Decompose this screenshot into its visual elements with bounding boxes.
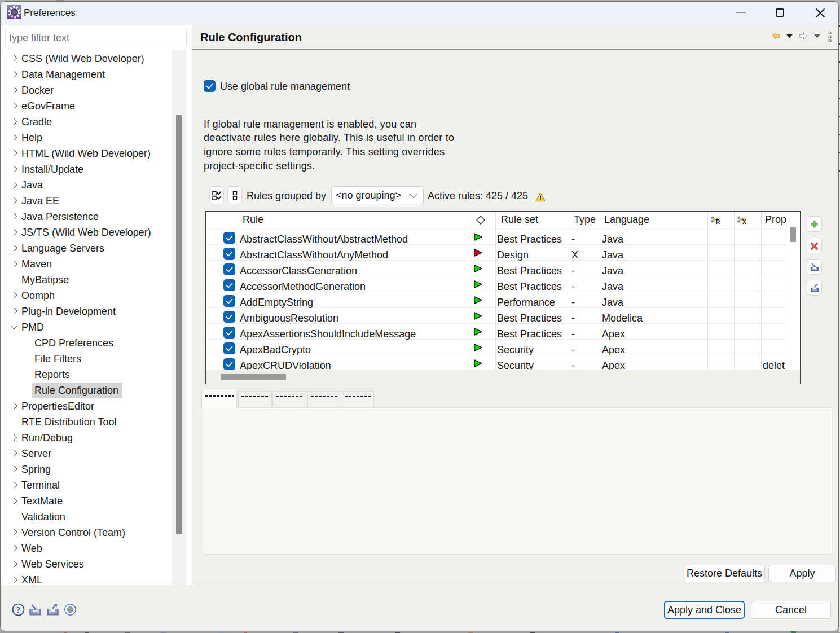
svg-text:?: ? — [16, 606, 20, 614]
svg-text:R: R — [716, 219, 720, 225]
svg-text:X: X — [742, 219, 746, 225]
